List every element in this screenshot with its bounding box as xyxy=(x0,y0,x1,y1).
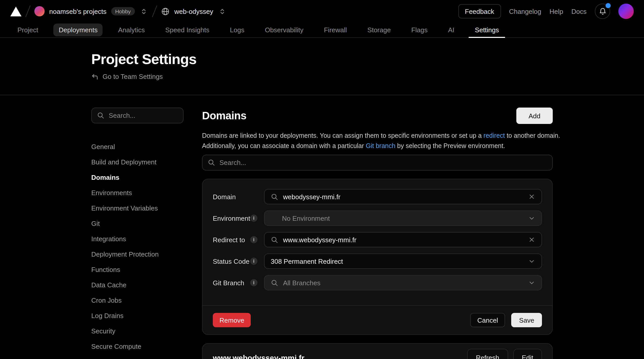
sidebar-item-label: Environment Variables xyxy=(91,204,158,212)
clear-domain-icon[interactable] xyxy=(528,193,535,200)
tab-storage[interactable]: Storage xyxy=(357,23,401,37)
sidebar-item-cron-jobs[interactable]: Cron Jobs xyxy=(91,292,184,308)
status-code-select[interactable]: 308 Permanent Redirect xyxy=(264,254,542,269)
clear-redirect-icon[interactable] xyxy=(528,236,535,243)
tab-label: AI xyxy=(443,24,460,36)
sidebar-item-label: Domains xyxy=(91,173,119,181)
edit-button[interactable]: Edit xyxy=(513,349,542,359)
notification-dot xyxy=(606,3,611,8)
tab-project[interactable]: Project xyxy=(7,23,48,37)
sidebar-item-label: General xyxy=(91,143,115,150)
project-name[interactable]: web-odyssey xyxy=(174,7,213,15)
cancel-button[interactable]: Cancel xyxy=(470,313,505,327)
corner-up-left-icon xyxy=(91,73,98,80)
search-icon xyxy=(271,236,278,244)
changelog-link[interactable]: Changelog xyxy=(509,7,541,15)
team-breadcrumb[interactable]: noamseb's projects Hobby xyxy=(34,6,148,16)
bell-icon xyxy=(599,7,606,15)
sidebar-item-label: Build and Deployment xyxy=(91,158,156,166)
sidebar-search-input[interactable] xyxy=(109,112,178,119)
sidebar-item-data-cache[interactable]: Data Cache xyxy=(91,277,184,292)
git-branch-select[interactable]: All Branches xyxy=(264,275,542,290)
domains-search-input[interactable] xyxy=(219,159,547,166)
sidebar-item-label: Environments xyxy=(91,189,132,196)
user-avatar[interactable] xyxy=(618,4,634,19)
search-icon xyxy=(271,193,278,200)
sidebar-item-domains[interactable]: Domains xyxy=(91,170,184,185)
save-button[interactable]: Save xyxy=(511,313,542,327)
redirect-input[interactable] xyxy=(283,236,524,244)
tab-deployments[interactable]: Deployments xyxy=(48,23,108,37)
feedback-button[interactable]: Feedback xyxy=(458,4,501,18)
sidebar-item-label: Cron Jobs xyxy=(91,296,122,304)
tab-label: Flags xyxy=(406,24,433,36)
sidebar-item-label: Git xyxy=(91,219,100,227)
tab-observability[interactable]: Observability xyxy=(255,23,314,37)
domain-input[interactable] xyxy=(283,193,524,200)
sidebar-item-environment-variables[interactable]: Environment Variables xyxy=(91,200,184,216)
search-icon xyxy=(271,279,278,287)
sidebar-items: GeneralBuild and DeploymentDomainsEnviro… xyxy=(91,139,184,354)
redirect-field[interactable] xyxy=(264,232,542,247)
environment-select[interactable]: No Environment xyxy=(264,210,542,226)
sidebar-item-functions[interactable]: Functions xyxy=(91,262,184,277)
info-icon[interactable] xyxy=(250,279,257,286)
project-switcher-chevrons-icon[interactable] xyxy=(218,7,227,16)
breadcrumb-divider xyxy=(152,5,157,17)
tab-firewall[interactable]: Firewall xyxy=(314,23,357,37)
domains-section: Domains Add Domains are linked to your d… xyxy=(202,108,553,359)
tab-label: Settings xyxy=(470,24,504,36)
sidebar-item-secure-compute[interactable]: Secure Compute xyxy=(91,339,184,354)
status-code-label: Status Code xyxy=(213,257,249,265)
git-branch-row: Git Branch All Branches xyxy=(213,275,542,290)
chevron-down-icon xyxy=(528,215,535,222)
tab-logs[interactable]: Logs xyxy=(220,23,255,37)
sidebar-search[interactable] xyxy=(91,108,184,123)
sidebar-item-deployment-protection[interactable]: Deployment Protection xyxy=(91,246,184,262)
add-domain-button[interactable]: Add xyxy=(516,108,553,124)
breadcrumb-divider xyxy=(25,5,31,17)
tab-label: Observability xyxy=(260,24,308,36)
settings-sidebar: GeneralBuild and DeploymentDomainsEnviro… xyxy=(91,108,184,359)
sidebar-item-general[interactable]: General xyxy=(91,139,184,154)
help-link[interactable]: Help xyxy=(549,7,563,15)
tab-speed-insights[interactable]: Speed Insights xyxy=(155,23,220,37)
sidebar-item-label: Security xyxy=(91,327,115,335)
tab-label: Analytics xyxy=(113,24,150,36)
environment-label: Environment xyxy=(213,214,250,222)
sidebar-item-integrations[interactable]: Integrations xyxy=(91,231,184,246)
domains-search[interactable] xyxy=(202,155,553,171)
remove-button[interactable]: Remove xyxy=(213,313,251,327)
team-switcher-chevrons-icon[interactable] xyxy=(139,7,148,16)
inline-link-redirect[interactable]: redirect xyxy=(484,132,505,139)
description-text: to another domain. xyxy=(505,132,560,139)
tab-label: Speed Insights xyxy=(160,24,215,36)
redirect-label: Redirect to xyxy=(213,236,245,244)
tab-ai[interactable]: AI xyxy=(438,23,465,37)
inline-link-git-branch[interactable]: Git branch xyxy=(366,142,395,150)
domain-card-title: www.webodyssey-mmi.fr xyxy=(213,353,304,359)
sidebar-item-log-drains[interactable]: Log Drains xyxy=(91,308,184,323)
git-branch-value: All Branches xyxy=(283,279,524,287)
docs-link[interactable]: Docs xyxy=(571,7,587,15)
project-breadcrumb[interactable]: web-odyssey xyxy=(161,7,227,16)
search-icon xyxy=(97,112,105,119)
notifications-button[interactable] xyxy=(595,4,610,19)
vercel-logo-icon[interactable] xyxy=(10,6,22,16)
sidebar-item-environments[interactable]: Environments xyxy=(91,185,184,200)
info-icon[interactable] xyxy=(250,258,257,265)
tab-analytics[interactable]: Analytics xyxy=(108,23,155,37)
domain-field[interactable] xyxy=(264,189,542,204)
info-icon[interactable] xyxy=(250,236,257,243)
tab-flags[interactable]: Flags xyxy=(401,23,438,37)
sidebar-item-security[interactable]: Security xyxy=(91,323,184,339)
sidebar-item-build-and-deployment[interactable]: Build and Deployment xyxy=(91,154,184,170)
info-icon[interactable] xyxy=(250,215,257,222)
team-name[interactable]: noamseb's projects xyxy=(49,7,106,15)
sidebar-item-label: Log Drains xyxy=(91,312,124,319)
domain-editor-card: Domain Environment xyxy=(202,179,553,335)
sidebar-item-git[interactable]: Git xyxy=(91,216,184,231)
go-to-team-settings-link[interactable]: Go to Team Settings xyxy=(91,73,163,80)
refresh-button[interactable]: Refresh xyxy=(467,349,508,359)
tab-settings[interactable]: Settings xyxy=(465,23,509,37)
